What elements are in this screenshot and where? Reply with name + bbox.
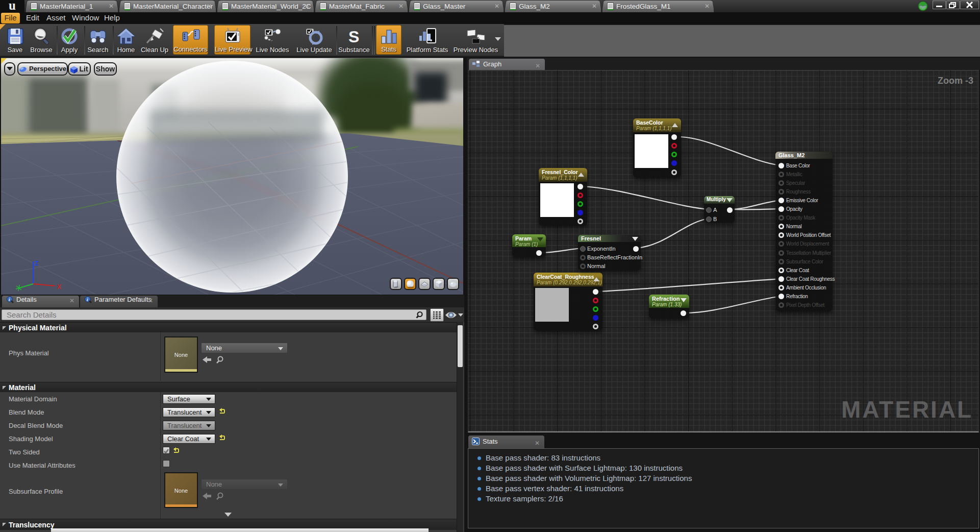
svg-text:X: X	[57, 283, 61, 291]
svg-text:Z: Z	[35, 260, 38, 267]
svg-text:S: S	[348, 28, 359, 46]
